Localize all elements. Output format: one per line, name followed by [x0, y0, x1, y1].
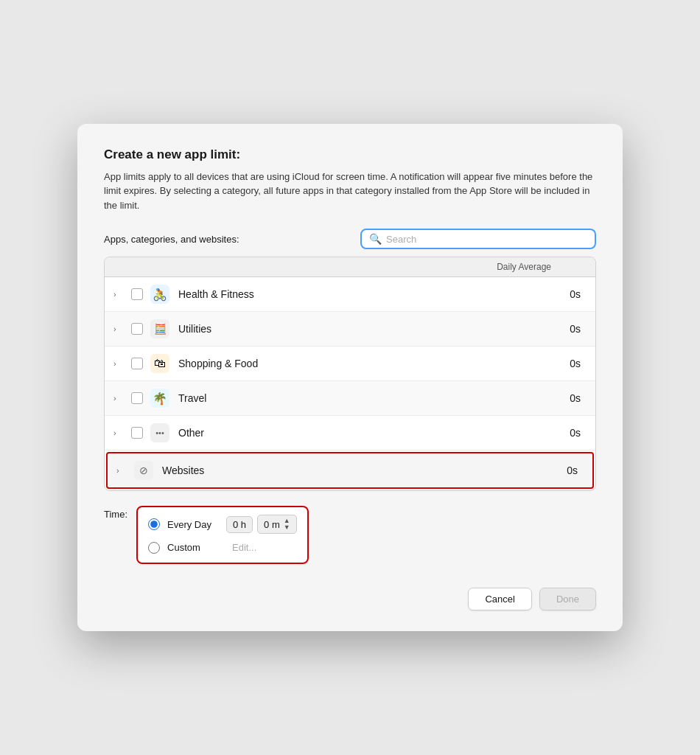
dialog-description: App limits apply to all devices that are…: [104, 170, 596, 213]
hours-value: 0 h: [233, 519, 246, 530]
chevron-icon: ›: [116, 466, 128, 475]
chevron-icon: ›: [113, 394, 125, 403]
row-time: 0s: [541, 465, 578, 476]
row-time: 0s: [544, 323, 581, 335]
app-table: Daily Average › 🚴 Health & Fitness 0s › …: [104, 257, 596, 491]
chevron-icon: ›: [113, 324, 125, 333]
table-header: Daily Average: [105, 257, 595, 277]
custom-radio[interactable]: [148, 542, 160, 554]
minutes-value: 0 m: [264, 519, 280, 530]
row-time: 0s: [544, 392, 581, 404]
row-icon: 🛍: [150, 354, 169, 373]
create-app-limit-dialog: Create a new app limit: App limits apply…: [77, 124, 623, 632]
row-checkbox[interactable]: [131, 427, 143, 439]
row-name: Shopping & Food: [178, 358, 544, 369]
search-box: 🔍: [360, 229, 596, 249]
table-body: › 🚴 Health & Fitness 0s › 🧮 Utilities 0s…: [105, 277, 595, 490]
row-checkbox[interactable]: [131, 358, 143, 369]
row-name: Health & Fitness: [178, 288, 544, 300]
bottom-bar: Cancel Done: [104, 588, 596, 610]
row-time: 0s: [544, 427, 581, 439]
row-name: Websites: [162, 465, 541, 476]
row-icon: 🚴: [150, 285, 169, 304]
search-input[interactable]: [386, 234, 587, 245]
spinner-down[interactable]: ▼: [284, 524, 290, 531]
row-time: 0s: [544, 288, 581, 300]
cancel-button[interactable]: Cancel: [468, 588, 531, 610]
websites-row[interactable]: › ⊘ Websites 0s: [106, 452, 594, 489]
search-label: Apps, categories, and websites:: [104, 234, 239, 245]
time-spinner: ▲ ▼: [284, 518, 290, 531]
custom-label: Custom: [167, 542, 219, 553]
chevron-icon: ›: [113, 428, 125, 437]
minutes-box[interactable]: 0 m ▲ ▼: [257, 515, 297, 534]
row-icon: 🌴: [150, 389, 169, 408]
row-name: Utilities: [178, 323, 544, 335]
chevron-icon: ›: [113, 290, 125, 299]
row-icon: 🧮: [150, 319, 169, 338]
row-icon: ⊘: [134, 461, 153, 480]
time-section: Time: Every Day 0 h 0 m ▲ ▼: [104, 506, 596, 564]
every-day-radio[interactable]: [148, 518, 160, 530]
row-checkbox[interactable]: [131, 288, 143, 300]
dialog-title: Create a new app limit:: [104, 147, 596, 162]
time-label: Time:: [104, 506, 127, 520]
table-row[interactable]: › ••• Other 0s: [105, 416, 595, 450]
search-row: Apps, categories, and websites: 🔍: [104, 229, 596, 249]
row-checkbox[interactable]: [131, 323, 143, 335]
search-icon: 🔍: [369, 233, 382, 245]
table-row[interactable]: › 🛍 Shopping & Food 0s: [105, 347, 595, 381]
row-checkbox[interactable]: [131, 392, 143, 404]
row-name: Travel: [178, 392, 544, 404]
daily-average-header: Daily Average: [497, 262, 551, 272]
time-inputs: 0 h 0 m ▲ ▼: [226, 515, 297, 534]
row-name: Other: [178, 427, 544, 439]
table-row[interactable]: › 🚴 Health & Fitness 0s: [105, 277, 595, 312]
custom-row: Custom Edit...: [148, 540, 297, 555]
table-row[interactable]: › 🧮 Utilities 0s: [105, 312, 595, 347]
done-button[interactable]: Done: [539, 588, 596, 610]
row-time: 0s: [544, 358, 581, 369]
chevron-icon: ›: [113, 359, 125, 368]
row-icon: •••: [150, 423, 169, 442]
table-row[interactable]: › 🌴 Travel 0s: [105, 381, 595, 416]
every-day-row: Every Day 0 h 0 m ▲ ▼: [148, 515, 297, 534]
time-options-box: Every Day 0 h 0 m ▲ ▼ Custom: [136, 506, 309, 564]
hours-box[interactable]: 0 h: [226, 516, 253, 533]
edit-button[interactable]: Edit...: [226, 540, 262, 555]
every-day-label: Every Day: [167, 519, 219, 530]
